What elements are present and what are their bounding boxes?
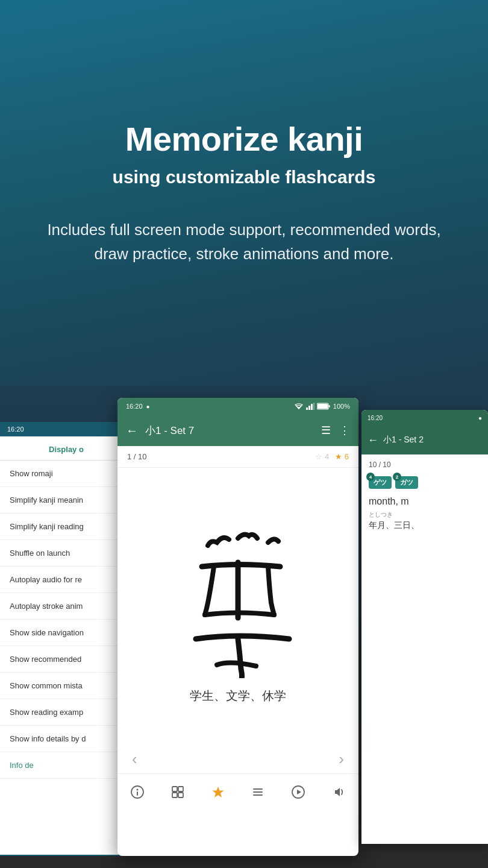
grid-nav-button[interactable] (166, 780, 190, 804)
settings-item-info-de[interactable]: Info de (0, 752, 133, 779)
tag-gatsu: 2 ガツ (395, 476, 418, 489)
card-meta: 1 / 10 ☆ 4 ★ 6 (117, 446, 358, 468)
settings-header: Display o (0, 436, 133, 461)
svg-rect-13 (178, 793, 183, 797)
svg-rect-5 (318, 404, 328, 409)
right-reading-main: 年月、三日、 (369, 520, 481, 531)
right-progress: 10 / 10 (369, 461, 481, 469)
right-toolbar-title: 小1 - Set 2 (383, 435, 424, 445)
center-statusbar-right: 100% (294, 403, 350, 410)
battery-icon (317, 403, 330, 410)
settings-item-info-details[interactable]: Show info details by d (0, 726, 133, 752)
hero-description: Includes full screen mode support, recom… (39, 218, 449, 266)
right-statusbar: 16:20 ● (361, 410, 488, 426)
svg-rect-10 (172, 787, 177, 791)
star-nav-button[interactable] (206, 780, 230, 804)
right-meaning: month, m (369, 496, 481, 507)
settings-item-romaji[interactable]: Show romaji (0, 461, 133, 487)
left-phone: 16:20 ● Display o Show romaji Simplify k… (0, 422, 133, 856)
card-progress: 1 / 10 (127, 452, 147, 461)
settings-item-autoplay-stroke[interactable]: Autoplay stroke anim (0, 593, 133, 620)
info-nav-button[interactable] (125, 780, 149, 804)
right-content: 10 / 10 4 ゲツ 2 ガツ month, m としつき 年月、三日、 (361, 454, 488, 537)
wifi-icon (294, 403, 304, 410)
right-back-button[interactable]: ← (368, 434, 378, 447)
svg-rect-2 (311, 404, 313, 410)
next-card-button[interactable]: › (339, 750, 344, 769)
star-empty-icon[interactable]: ☆ 4 (315, 452, 329, 461)
tag-number-4: 4 (366, 473, 375, 481)
svg-rect-0 (306, 407, 308, 410)
center-statusbar: 16:20 ● (117, 398, 358, 415)
center-phone: 16:20 ● (117, 398, 358, 856)
prev-card-button[interactable]: ‹ (132, 750, 137, 769)
right-time: 16:20 (368, 415, 383, 421)
svg-rect-11 (178, 787, 183, 791)
right-dot-icon: ● (478, 415, 482, 421)
center-dot-icon: ● (146, 403, 150, 410)
svg-rect-6 (328, 405, 330, 407)
tag-row: 4 ゲツ 2 ガツ (369, 476, 481, 489)
signal-icon (306, 403, 314, 410)
card-content[interactable]: 学生、文学、休学 (117, 468, 358, 745)
left-statusbar: 16:20 ● (0, 422, 133, 436)
center-time: 16:20 (126, 403, 143, 410)
settings-item-autoplay-audio[interactable]: Autoplay audio for re (0, 567, 133, 593)
settings-drawer: Display o Show romaji Simplify kanji mea… (0, 436, 133, 855)
svg-rect-3 (313, 403, 314, 410)
center-statusbar-left: 16:20 ● (126, 403, 150, 410)
right-phone: 16:20 ● ← 小1 - Set 2 10 / 10 4 ゲツ 2 ガツ m… (361, 410, 488, 844)
settings-item-shuffle[interactable]: Shuffle on launch (0, 540, 133, 567)
star-filled-icon[interactable]: ★ 6 (335, 452, 349, 461)
toolbar-actions: ☰ ⋮ (321, 424, 350, 437)
svg-rect-12 (172, 793, 177, 797)
left-time: 16:20 (7, 426, 24, 433)
kanji-svg (160, 509, 316, 678)
svg-rect-1 (308, 406, 310, 410)
battery-percent: 100% (333, 403, 350, 410)
list-nav-button[interactable] (246, 780, 270, 804)
center-toolbar: ← 小1 - Set 7 ☰ ⋮ (117, 415, 358, 446)
settings-item-side-nav[interactable]: Show side navigation (0, 620, 133, 646)
tag-number-2: 2 (393, 473, 401, 481)
settings-item-simplify-reading[interactable]: Simplify kanji reading (0, 514, 133, 540)
tag-getsu: 4 ゲツ (369, 476, 392, 489)
menu-icon[interactable]: ⋮ (339, 424, 350, 437)
list-icon[interactable]: ☰ (321, 424, 331, 437)
svg-marker-18 (297, 790, 301, 794)
svg-point-8 (137, 788, 139, 790)
settings-item-simplify-meaning[interactable]: Simplify kanji meanin (0, 487, 133, 514)
settings-item-recommended[interactable]: Show recommended (0, 646, 133, 673)
bottom-nav (117, 773, 358, 810)
toolbar-title: 小1 - Set 7 (145, 424, 314, 438)
play-nav-button[interactable] (286, 780, 310, 804)
kanji-drawing (160, 509, 316, 678)
screenshots-area: 16:20 ● Display o Show romaji Simplify k… (0, 386, 488, 868)
back-button[interactable]: ← (126, 424, 138, 438)
settings-item-common-mistakes[interactable]: Show common mista (0, 673, 133, 699)
right-reading-furigana: としつき (369, 511, 481, 519)
right-toolbar: ← 小1 - Set 2 (361, 426, 488, 454)
card-nav: ‹ › (117, 745, 358, 773)
hero-section: Memorize kanji using customizable flashc… (0, 0, 488, 386)
svg-rect-9 (137, 791, 138, 796)
kanji-words: 学生、文学、休学 (190, 688, 286, 704)
hero-title: Memorize kanji (125, 120, 363, 159)
hero-subtitle: using customizable flashcards (113, 167, 376, 187)
card-stars: ☆ 4 ★ 6 (315, 452, 349, 461)
audio-nav-button[interactable] (327, 780, 351, 804)
settings-item-reading-examples[interactable]: Show reading examp (0, 699, 133, 726)
